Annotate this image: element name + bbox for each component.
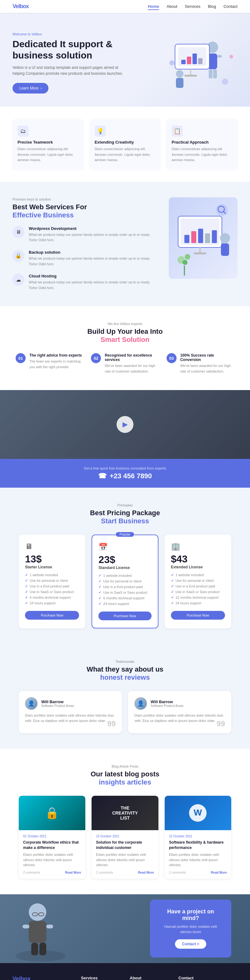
pricing-feature-2-3: Use in SaaS or Sass product	[171, 590, 225, 594]
pricing-feature-0-0: 1 website included	[25, 573, 79, 577]
svg-rect-24	[205, 233, 210, 243]
hero-illustration	[163, 32, 237, 94]
pricing-feature-1-0: 1 website included	[98, 574, 151, 578]
pricing-feature-0-3: Use in SaaS or Sass product	[25, 590, 79, 594]
features-section: 🗂 Precise Teamwork Diam consectetuer adi…	[0, 107, 250, 182]
nav-link-home[interactable]: Home	[148, 4, 159, 10]
cta-subtitle: Get a free quick free business consultan…	[13, 466, 237, 470]
pricing-plan-0: Starter License	[25, 565, 79, 569]
service-item-desc-1: What we produce today our partner family…	[29, 256, 156, 267]
nav-link-contact[interactable]: Contact	[223, 4, 237, 9]
contact-button[interactable]: Contact >	[175, 939, 206, 949]
hero-subtitle: Welcome to Velbox	[13, 32, 125, 36]
svg-rect-41	[29, 921, 46, 943]
play-button[interactable]: ▶	[117, 416, 133, 433]
svg-rect-25	[212, 230, 217, 243]
feature-icon-1: 💡	[95, 126, 106, 137]
svg-rect-18	[176, 78, 184, 88]
blog-post-title-1: Solution for the corporate individual cu…	[96, 840, 154, 851]
buildup-point-title-0: The right advice from experts	[29, 353, 84, 358]
service-item-desc-2: What we produce today our partner family…	[29, 280, 156, 291]
buildup-point-text-0: The right advice from experts The team a…	[29, 353, 84, 370]
cta-phone: ☎ +23 456 7890	[13, 472, 237, 480]
feature-desc-1: Diam consectetuer adipiscing elit. Aenea…	[95, 146, 156, 163]
pricing-plan-2: Extended License	[171, 565, 225, 569]
svg-rect-42	[22, 924, 29, 928]
blog-image-2: W	[165, 796, 231, 830]
services-sub: Premium keys to solution	[13, 197, 156, 201]
purchase-button-0[interactable]: Purchase Now	[25, 611, 79, 620]
service-item-title-0: Wordpress Development	[29, 226, 156, 231]
pricing-feature-2-2: Use in a End product paid	[171, 584, 225, 589]
svg-rect-44	[31, 943, 38, 955]
read-more-2[interactable]: Read More	[211, 871, 227, 874]
buildup-point-desc-2: We've been awarded for our high rate of …	[180, 363, 234, 374]
buildup-point-desc-0: The team are experts in matching you wit…	[29, 359, 84, 370]
blog-sub: Blog Article Posts	[13, 764, 237, 768]
testimonial-header-1: 👤 Will Barrow Software Product Areas	[134, 697, 225, 710]
testimonials-section: Testimonials What they say about us hone…	[0, 644, 250, 749]
services-illustration	[169, 197, 237, 279]
service-icon-2: ☁	[13, 274, 24, 286]
project-content: Have a project on mind? Haecati porttito…	[150, 900, 231, 958]
pricing-feature-1-4: 6 months technical support	[98, 596, 151, 600]
svg-point-34	[185, 254, 190, 259]
service-text-2: Cloud Hosting What we produce today our …	[29, 274, 156, 291]
feature-card-2: 📋 Practical Approach Diam consectetuer a…	[166, 119, 237, 169]
service-item-title-1: Backup solution	[29, 250, 156, 255]
nav-link-services[interactable]: Services	[185, 4, 200, 9]
service-item-desc-0: What we produce today our partner family…	[29, 232, 156, 243]
pricing-feature-2-4: 12 months technical support	[171, 595, 225, 600]
pricing-features-2: 1 website included Use for personal or c…	[171, 573, 225, 605]
services-title: Best Web Services For Effective Business	[13, 203, 156, 219]
blog-image-1: THECREATIVITYLIST	[92, 796, 158, 830]
feature-desc-2: Diam consectetuer adipiscing elit. Aenea…	[172, 146, 233, 163]
pricing-feature-0-2: Use in a End product paid	[25, 584, 79, 589]
purchase-button-2[interactable]: Purchase Now	[171, 611, 225, 620]
feature-desc-0: Diam consectetuer adipiscing elit. Aenea…	[17, 146, 78, 163]
blog-footer-2: 2 comments Read More	[169, 871, 227, 874]
nav-link-blog[interactable]: Blog	[208, 4, 216, 9]
service-icon-0: 🖥	[13, 226, 24, 238]
blog-section: Blog Article Posts Our latest blog posts…	[0, 749, 250, 894]
hero-section: Welcome to Velbox Dedicated It support &…	[0, 13, 250, 107]
feature-icon-0: 🗂	[17, 126, 29, 137]
footer-about-title: About	[130, 975, 169, 980]
nav-link-about[interactable]: About	[166, 4, 177, 9]
project-section: Have a project on mind? Haecati porttito…	[0, 894, 250, 963]
service-item-2: ☁ Cloud Hosting What we produce today ou…	[13, 274, 156, 291]
feature-title-0: Precise Teamwork	[17, 140, 78, 145]
svg-point-17	[176, 70, 184, 78]
pricing-feature-2-1: Use for personal or client	[171, 579, 225, 583]
buildup-num-0: 01	[16, 353, 25, 363]
buildup-sub: We Are Velbox experts	[13, 322, 237, 326]
pricing-feature-2-5: 24 hours support	[171, 601, 225, 605]
purchase-button-1[interactable]: Purchase Now	[98, 611, 151, 620]
popular-badge: Popular	[116, 532, 134, 537]
footer-grid: Velbox We help small and medium enterpri…	[13, 975, 237, 980]
pricing-plan-1: Standard License	[98, 566, 151, 570]
buildup-point-title-2: 100% Success rate Conversion	[180, 353, 234, 362]
blog-comments-2: 2 comments	[169, 871, 186, 874]
read-more-1[interactable]: Read More	[138, 871, 154, 874]
svg-rect-21	[184, 235, 189, 243]
svg-rect-3	[217, 55, 222, 57]
pricing-icon-2: 🏢	[171, 542, 225, 551]
service-icon-1: 🔒	[13, 250, 24, 262]
nav-links: Home About Services Blog Contact	[148, 4, 237, 9]
testimonial-card-0: 👤 Will Barrow Software Product Areas Dia…	[19, 691, 122, 733]
footer: Velbox We help small and medium enterpri…	[0, 963, 250, 980]
blog-card-1: THECREATIVITYLIST 15 October 2021 Soluti…	[92, 796, 158, 879]
pricing-icon-0: 🖥	[25, 542, 79, 551]
testimonial-avatar-1: 👤	[134, 697, 147, 710]
read-more-0[interactable]: Read More	[65, 871, 81, 874]
svg-rect-5	[213, 69, 217, 78]
feature-card-1: 💡 Extending Creativity Diam consectetuer…	[90, 119, 161, 169]
project-desc: Haecati porttitor dolor sodales velit ul…	[160, 924, 221, 934]
pricing-feature-1-1: Use for personal or client	[98, 579, 151, 583]
pricing-card-1: Popular 📅 23$ Standard License 1 website…	[92, 535, 158, 628]
learn-more-button[interactable]: Learn More ›	[13, 83, 48, 94]
blog-post-desc-2: Etiam porttitor dolor sodales velit ultr…	[169, 852, 227, 868]
blog-post-desc-0: Etiam porttitor dolor sodales velit ultr…	[23, 852, 81, 868]
buildup-point-desc-1: We've been awarded for our high rate of …	[105, 363, 159, 374]
